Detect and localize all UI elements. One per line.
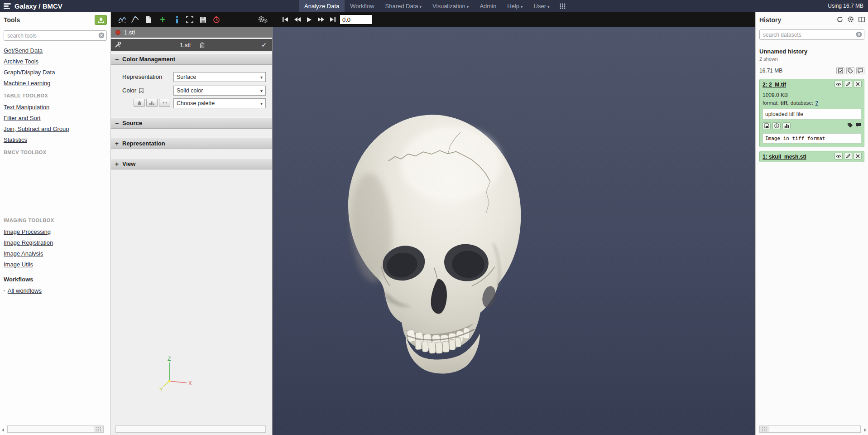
caret-down-icon: ▾ [521,5,523,9]
brand-text: Galaxy / BMCV [14,2,62,10]
refresh-history-icon[interactable] [836,15,844,23]
chevron-down-icon: ▾ [260,75,263,80]
visualize-dataset-chart-icon[interactable] [782,122,791,129]
tool-section-image-registration[interactable]: Image Registration [4,239,53,246]
add-source-icon[interactable]: + [158,14,168,24]
edit-colormap-icon[interactable] [117,14,127,24]
delete-dataset-x-icon[interactable] [854,153,862,160]
first-frame-icon[interactable] [280,14,290,24]
scrollbar-handle[interactable] [94,426,103,432]
download-dataset-icon[interactable] [762,122,771,129]
color-select[interactable]: Solid color ▾ [173,86,266,96]
save-screenshot-icon[interactable] [198,14,208,24]
clear-search-icon[interactable] [856,31,862,38]
delete-source-icon[interactable] [200,42,205,48]
tool-section-image-analysis[interactable]: Image Analysis [4,250,43,257]
previous-frame-icon[interactable] [293,14,302,24]
pipeline-source-item[interactable]: 1.stl [111,27,272,38]
memory-usage: Using 16.7 MB [828,0,863,12]
nav-user[interactable]: User▾ [528,0,555,12]
dataset-annotation-icon[interactable] [855,122,861,128]
view-dataset-eye-icon[interactable] [834,153,843,160]
visibility-check-icon[interactable]: ✓ [261,41,267,48]
history-shown-count: 2 shown [759,56,864,62]
dataset-title[interactable]: 1: skull_mesh.stl [762,154,806,160]
time-value-input[interactable] [340,14,372,24]
last-frame-icon[interactable] [328,14,338,24]
history-horizontal-scrollbar[interactable] [759,425,861,433]
section-color-management[interactable]: − Color Management [111,53,272,65]
play-icon[interactable] [304,14,314,24]
bmcv-toolbox-label: BMCV TOOLBOX [4,150,110,155]
dataset-peek: Image in tiff format [762,133,861,144]
history-options-gear-icon[interactable] [847,15,854,23]
tools-horizontal-scrollbar[interactable] [7,425,104,433]
tool-section-get-send-data[interactable]: Get/Send Data [4,47,43,54]
section-view[interactable]: + View [111,158,272,169]
histogram-button[interactable] [146,99,158,107]
upload-icon [98,17,104,23]
nav-workflow[interactable]: Workflow [345,0,379,12]
nav-shared-data[interactable]: Shared Data▾ [380,0,427,12]
nav-analyze-data[interactable]: Analyze Data [299,0,345,12]
scalar-color-button[interactable] [134,99,145,107]
galaxy-brand[interactable]: Galaxy / BMCV [4,0,62,12]
dataset-tags-icon[interactable] [847,122,853,128]
section-source[interactable]: − Source [111,117,272,129]
collapse-left-panel-chevron[interactable]: ‹ [0,425,6,433]
palette-select[interactable]: Choose palette ▾ [173,98,266,108]
all-workflows-link[interactable]: All workflows [8,287,42,294]
tools-search-input[interactable] [4,30,107,41]
color-label: Color [122,87,136,94]
bullet-icon: ▪ [4,289,5,293]
tool-section-machine-learning[interactable]: Machine Learning [4,80,50,87]
upload-data-button[interactable] [95,15,107,25]
opacity-curve-icon[interactable] [130,14,140,24]
edit-dataset-pencil-icon[interactable] [844,153,852,160]
dataset-title[interactable]: 2: 2_M.tif [762,82,786,88]
tool-section-image-processing[interactable]: Image Processing [4,228,51,235]
apps-grid-icon[interactable] [555,0,570,12]
pipeline-horizontal-scrollbar[interactable] [115,425,266,433]
tools-panel: Tools Get/Send Data Archive Tools Graph/… [0,12,111,435]
bookmark-icon[interactable] [139,88,144,93]
representation-select[interactable]: Surface ▾ [173,72,266,82]
clear-search-icon[interactable] [98,32,105,39]
multi-history-view-icon[interactable] [858,15,865,23]
history-tags-icon[interactable] [846,67,854,74]
nav-help[interactable]: Help▾ [502,0,528,12]
scrollbar-handle[interactable] [760,426,769,432]
timer-icon[interactable] [211,14,221,24]
caret-down-icon: ▾ [420,5,422,9]
section-representation[interactable]: + Representation [111,138,272,149]
edit-dataset-pencil-icon[interactable] [844,81,852,87]
active-source-bar[interactable]: 1.stl ✓ [111,39,272,51]
select-items-icon[interactable] [836,67,844,74]
view-dataset-eye-icon[interactable] [834,81,843,87]
database-link[interactable]: ? [815,100,818,106]
tool-section-join-subtract-group[interactable]: Join, Subtract and Group [4,126,69,132]
representation-label: Representation [122,73,162,80]
dataset-details-info-icon[interactable] [772,122,781,129]
format-value: tiff, [781,100,789,106]
info-icon[interactable] [172,14,182,24]
history-annotation-icon[interactable] [856,67,864,74]
tool-section-text-manipulation[interactable]: Text Manipulation [4,104,49,111]
collapse-right-panel-chevron[interactable]: › [862,425,868,433]
tool-section-graph-display-data[interactable]: Graph/Display Data [4,69,55,76]
fullscreen-icon[interactable] [185,14,195,24]
nav-visualization[interactable]: Visualization▾ [427,0,474,12]
tool-section-image-utils[interactable]: Image Utils [4,261,33,268]
render-viewport[interactable] [273,27,755,435]
next-frame-icon[interactable] [316,14,326,24]
delete-dataset-x-icon[interactable] [854,81,862,87]
more-options-button[interactable] [159,99,170,107]
nav-admin[interactable]: Admin [474,0,502,12]
tool-section-statistics[interactable]: Statistics [4,136,27,143]
settings-gears-icon[interactable] [258,14,268,24]
history-search-input[interactable] [759,29,864,40]
file-icon[interactable] [144,14,153,24]
tool-section-archive-tools[interactable]: Archive Tools [4,58,38,65]
tool-section-filter-and-sort[interactable]: Filter and Sort [4,115,41,121]
tools-wrench-icon[interactable] [115,42,121,48]
